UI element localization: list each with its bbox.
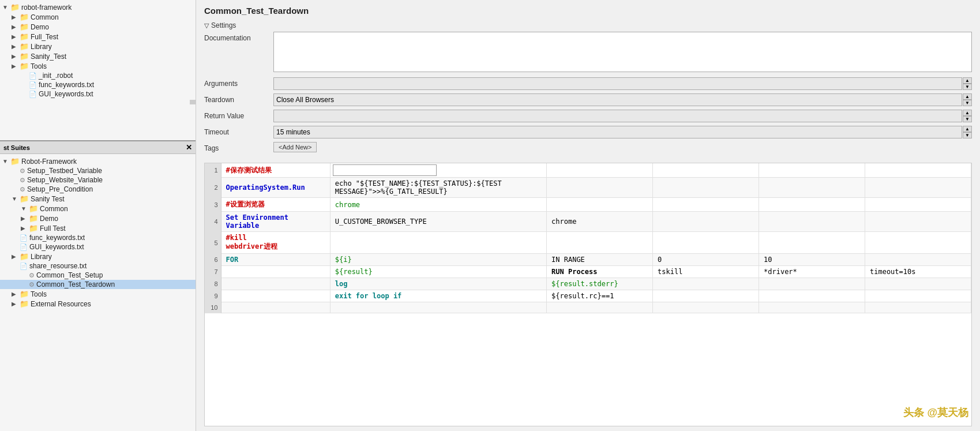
code-cell-col4 xyxy=(653,212,759,232)
tree-item-label: Setup_Testbed_Variable xyxy=(27,167,102,175)
tree-item-common1[interactable]: ▶📁Common xyxy=(0,12,196,22)
code-cell-col5: 10 xyxy=(759,254,865,266)
gear-icon: ⚙ xyxy=(29,281,35,288)
line-number: 8 xyxy=(205,278,221,290)
folder-icon: 📁 xyxy=(20,290,29,298)
tree-item-label: robot-framework xyxy=(21,3,72,12)
tree-item-label: Robot-Framework xyxy=(21,158,77,166)
code-cell-col6 xyxy=(865,198,971,212)
gear-icon: ⚙ xyxy=(29,272,35,279)
folder-icon: 📁 xyxy=(10,157,20,166)
tree-item-cts[interactable]: ⚙Common_Test_Setup xyxy=(0,271,196,280)
tree-item-lib2[interactable]: ▶📁Library xyxy=(0,252,196,261)
timeout-down-button[interactable]: ▼ xyxy=(963,132,972,138)
arguments-up-button[interactable]: ▲ xyxy=(963,77,972,84)
timeout-input[interactable] xyxy=(273,126,962,138)
tree-item-sanity1[interactable]: ▶📁Sanity_Test xyxy=(0,51,196,61)
expand-icon: ▼ xyxy=(2,158,10,164)
expand-icon: ▶ xyxy=(12,253,20,260)
tree-item-demo1[interactable]: ▶📁Demo xyxy=(0,22,196,32)
line-number: 4 xyxy=(205,212,221,232)
settings-toggle[interactable]: ▽ Settings xyxy=(204,19,972,32)
teardown-up-button[interactable]: ▲ xyxy=(963,93,972,100)
code-cell-col5 xyxy=(759,198,865,212)
line-number: 2 xyxy=(205,178,221,198)
file-icon: 📄 xyxy=(29,72,37,80)
tree-item-label: GUI_keywords.txt xyxy=(39,90,93,98)
code-cell-col1 xyxy=(221,266,330,278)
line-number: 7 xyxy=(205,266,221,278)
code-cell-col4 xyxy=(653,290,759,302)
tree-item-rf[interactable]: ▼📁Robot-Framework xyxy=(0,156,196,166)
tree-item-full1[interactable]: ▶📁Full_Test xyxy=(0,32,196,42)
tags-row: Tags <Add New> xyxy=(204,142,972,155)
folder-icon: 📁 xyxy=(20,13,29,21)
close-suites-button[interactable]: ✕ xyxy=(186,143,192,152)
code-cell-col6 xyxy=(865,254,971,266)
tree-item-stv[interactable]: ⚙Setup_Testbed_Variable xyxy=(0,166,196,175)
table-row: 8log${result.stderr} xyxy=(205,278,971,290)
test-suites-header: st Suites ✕ xyxy=(0,141,196,154)
tree-item-sanity[interactable]: ▼📁Sanity Test xyxy=(0,194,196,204)
code-cell-col4 xyxy=(653,198,759,212)
code-cell-col3 xyxy=(547,198,653,212)
table-row: 1#保存测试结果 xyxy=(205,163,971,178)
folder-icon: 📁 xyxy=(20,194,29,203)
teardown-down-button[interactable]: ▼ xyxy=(963,100,972,106)
tree-item-tools2[interactable]: ▶📁Tools xyxy=(0,289,196,299)
tree-item-init[interactable]: 📄_init_.robot xyxy=(0,71,196,80)
documentation-input[interactable] xyxy=(273,32,972,72)
return-up-button[interactable]: ▲ xyxy=(963,110,972,116)
code-inline-input[interactable] xyxy=(333,164,437,176)
table-row: 3#设置浏览器chrome xyxy=(205,198,971,212)
code-cell-col5 xyxy=(759,290,865,302)
arguments-row: Arguments ▲ ▼ xyxy=(204,77,972,90)
file-icon: 📄 xyxy=(20,263,28,270)
code-cell-col5: *driver* xyxy=(759,266,865,278)
timeout-up-button[interactable]: ▲ xyxy=(963,126,972,132)
tree-item-swv[interactable]: ⚙Setup_Website_Variable xyxy=(0,175,196,185)
tree-item-ext[interactable]: ▶📁External Resources xyxy=(0,299,196,309)
code-cell-col4 xyxy=(653,178,759,198)
teardown-input[interactable] xyxy=(273,93,962,106)
folder-icon: 📁 xyxy=(10,3,20,12)
code-cell-col4: 0 xyxy=(653,254,759,266)
expand-icon: ▼ xyxy=(12,196,20,202)
tree-item-label: Library xyxy=(31,253,52,261)
tree-item-root[interactable]: ▼📁robot-framework xyxy=(0,2,196,12)
code-cell-col6 xyxy=(865,212,971,232)
tree-item-share[interactable]: 📄share_resourse.txt xyxy=(0,261,196,271)
code-cell-col2: echo "${TEST_NAME}:${TEST_STATUS}:${TEST… xyxy=(330,178,546,198)
tree-item-label: GUI_keywords.txt xyxy=(29,243,84,251)
code-cell-col4: tskill xyxy=(653,266,759,278)
code-cell-col1 xyxy=(221,302,330,313)
tree-item-spc[interactable]: ⚙Setup_Pre_Condition xyxy=(0,185,196,194)
tree-item-gui2[interactable]: 📄GUI_keywords.txt xyxy=(0,242,196,252)
tree-item-ctd[interactable]: ⚙Common_Test_Teardown xyxy=(0,280,196,289)
file-icon: 📄 xyxy=(20,243,28,251)
teardown-value: ▲ ▼ xyxy=(273,93,972,106)
return-down-button[interactable]: ▼ xyxy=(963,116,972,122)
return-value-input[interactable] xyxy=(273,110,962,122)
code-cell-col1 xyxy=(221,290,330,302)
tree-item-full[interactable]: ▶📁Full Test xyxy=(0,223,196,233)
documentation-label: Documentation xyxy=(204,32,273,44)
tree-item-func2[interactable]: 📄func_keywords.txt xyxy=(0,233,196,242)
arguments-input[interactable] xyxy=(273,77,962,90)
file-icon: 📄 xyxy=(29,91,37,98)
tree-item-gui[interactable]: 📄GUI_keywords.txt xyxy=(0,89,196,99)
code-cell-col2: log xyxy=(330,278,546,290)
tree-item-lib1[interactable]: ▶📁Library xyxy=(0,42,196,51)
add-new-button[interactable]: <Add New> xyxy=(273,142,317,152)
tree-item-func[interactable]: 📄func_keywords.txt xyxy=(0,80,196,89)
expand-icon: ▶ xyxy=(21,225,29,231)
code-cell-col5 xyxy=(759,278,865,290)
tree-item-tools1[interactable]: ▶📁Tools xyxy=(0,61,196,71)
tree-item-label: func_keywords.txt xyxy=(29,234,85,242)
tree-item-common[interactable]: ▼📁Common xyxy=(0,204,196,213)
tree-item-demo[interactable]: ▶📁Demo xyxy=(0,213,196,223)
code-cell-col5 xyxy=(759,163,865,178)
arguments-down-button[interactable]: ▼ xyxy=(963,84,972,90)
code-cell-col3 xyxy=(547,178,653,198)
tree-item-label: func_keywords.txt xyxy=(39,81,94,89)
